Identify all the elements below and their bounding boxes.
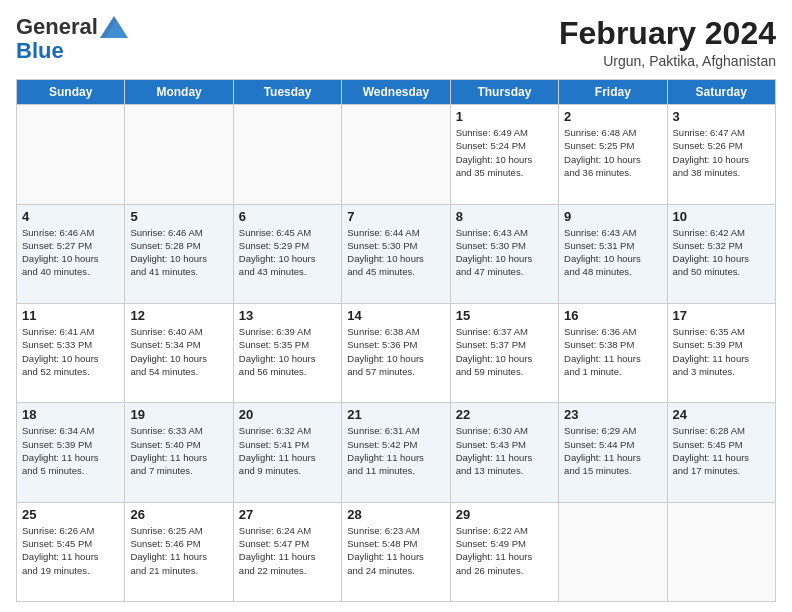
calendar-day-cell [17,105,125,204]
calendar-day-cell: 6Sunrise: 6:45 AM Sunset: 5:29 PM Daylig… [233,204,341,303]
day-number: 10 [673,209,770,224]
calendar-day-cell: 1Sunrise: 6:49 AM Sunset: 5:24 PM Daylig… [450,105,558,204]
calendar-header-row: Sunday Monday Tuesday Wednesday Thursday… [17,80,776,105]
header-thursday: Thursday [450,80,558,105]
day-info: Sunrise: 6:44 AM Sunset: 5:30 PM Dayligh… [347,226,444,279]
day-number: 18 [22,407,119,422]
calendar-day-cell [233,105,341,204]
calendar-day-cell: 10Sunrise: 6:42 AM Sunset: 5:32 PM Dayli… [667,204,775,303]
day-info: Sunrise: 6:43 AM Sunset: 5:31 PM Dayligh… [564,226,661,279]
calendar-day-cell: 12Sunrise: 6:40 AM Sunset: 5:34 PM Dayli… [125,303,233,402]
calendar-day-cell [559,502,667,601]
header-sunday: Sunday [17,80,125,105]
logo: General Blue [16,16,128,64]
calendar-day-cell [667,502,775,601]
day-number: 16 [564,308,661,323]
day-info: Sunrise: 6:42 AM Sunset: 5:32 PM Dayligh… [673,226,770,279]
day-info: Sunrise: 6:39 AM Sunset: 5:35 PM Dayligh… [239,325,336,378]
header-monday: Monday [125,80,233,105]
calendar-day-cell: 16Sunrise: 6:36 AM Sunset: 5:38 PM Dayli… [559,303,667,402]
calendar-day-cell: 18Sunrise: 6:34 AM Sunset: 5:39 PM Dayli… [17,403,125,502]
day-number: 28 [347,507,444,522]
day-info: Sunrise: 6:33 AM Sunset: 5:40 PM Dayligh… [130,424,227,477]
header-tuesday: Tuesday [233,80,341,105]
calendar-day-cell: 27Sunrise: 6:24 AM Sunset: 5:47 PM Dayli… [233,502,341,601]
day-number: 7 [347,209,444,224]
day-info: Sunrise: 6:29 AM Sunset: 5:44 PM Dayligh… [564,424,661,477]
header: General Blue February 2024 Urgun, Paktik… [16,16,776,69]
day-number: 21 [347,407,444,422]
calendar-day-cell: 19Sunrise: 6:33 AM Sunset: 5:40 PM Dayli… [125,403,233,502]
calendar-day-cell: 14Sunrise: 6:38 AM Sunset: 5:36 PM Dayli… [342,303,450,402]
calendar-day-cell: 2Sunrise: 6:48 AM Sunset: 5:25 PM Daylig… [559,105,667,204]
day-info: Sunrise: 6:30 AM Sunset: 5:43 PM Dayligh… [456,424,553,477]
calendar-day-cell: 13Sunrise: 6:39 AM Sunset: 5:35 PM Dayli… [233,303,341,402]
day-number: 17 [673,308,770,323]
logo-blue-text: Blue [16,38,64,64]
day-number: 29 [456,507,553,522]
day-number: 9 [564,209,661,224]
calendar-day-cell: 4Sunrise: 6:46 AM Sunset: 5:27 PM Daylig… [17,204,125,303]
calendar-week-row-3: 18Sunrise: 6:34 AM Sunset: 5:39 PM Dayli… [17,403,776,502]
calendar-day-cell: 8Sunrise: 6:43 AM Sunset: 5:30 PM Daylig… [450,204,558,303]
day-info: Sunrise: 6:34 AM Sunset: 5:39 PM Dayligh… [22,424,119,477]
logo-general-text: General [16,16,98,38]
day-number: 19 [130,407,227,422]
day-number: 15 [456,308,553,323]
calendar-day-cell: 29Sunrise: 6:22 AM Sunset: 5:49 PM Dayli… [450,502,558,601]
header-saturday: Saturday [667,80,775,105]
day-number: 1 [456,109,553,124]
day-info: Sunrise: 6:24 AM Sunset: 5:47 PM Dayligh… [239,524,336,577]
day-info: Sunrise: 6:26 AM Sunset: 5:45 PM Dayligh… [22,524,119,577]
header-friday: Friday [559,80,667,105]
calendar-day-cell: 24Sunrise: 6:28 AM Sunset: 5:45 PM Dayli… [667,403,775,502]
day-info: Sunrise: 6:31 AM Sunset: 5:42 PM Dayligh… [347,424,444,477]
day-info: Sunrise: 6:46 AM Sunset: 5:28 PM Dayligh… [130,226,227,279]
day-info: Sunrise: 6:28 AM Sunset: 5:45 PM Dayligh… [673,424,770,477]
day-number: 22 [456,407,553,422]
day-number: 8 [456,209,553,224]
day-info: Sunrise: 6:22 AM Sunset: 5:49 PM Dayligh… [456,524,553,577]
calendar-day-cell: 5Sunrise: 6:46 AM Sunset: 5:28 PM Daylig… [125,204,233,303]
title-block: February 2024 Urgun, Paktika, Afghanista… [559,16,776,69]
day-info: Sunrise: 6:46 AM Sunset: 5:27 PM Dayligh… [22,226,119,279]
day-info: Sunrise: 6:49 AM Sunset: 5:24 PM Dayligh… [456,126,553,179]
day-number: 4 [22,209,119,224]
day-number: 25 [22,507,119,522]
day-number: 13 [239,308,336,323]
day-info: Sunrise: 6:47 AM Sunset: 5:26 PM Dayligh… [673,126,770,179]
day-info: Sunrise: 6:35 AM Sunset: 5:39 PM Dayligh… [673,325,770,378]
day-number: 24 [673,407,770,422]
logo-icon [100,16,128,38]
location-title: Urgun, Paktika, Afghanistan [559,53,776,69]
calendar-day-cell [125,105,233,204]
day-number: 3 [673,109,770,124]
calendar-week-row-0: 1Sunrise: 6:49 AM Sunset: 5:24 PM Daylig… [17,105,776,204]
day-number: 26 [130,507,227,522]
day-number: 23 [564,407,661,422]
calendar-week-row-2: 11Sunrise: 6:41 AM Sunset: 5:33 PM Dayli… [17,303,776,402]
calendar-day-cell: 11Sunrise: 6:41 AM Sunset: 5:33 PM Dayli… [17,303,125,402]
day-number: 6 [239,209,336,224]
calendar-week-row-1: 4Sunrise: 6:46 AM Sunset: 5:27 PM Daylig… [17,204,776,303]
day-number: 2 [564,109,661,124]
calendar-day-cell: 26Sunrise: 6:25 AM Sunset: 5:46 PM Dayli… [125,502,233,601]
month-title: February 2024 [559,16,776,51]
calendar-day-cell [342,105,450,204]
calendar-day-cell: 20Sunrise: 6:32 AM Sunset: 5:41 PM Dayli… [233,403,341,502]
calendar-day-cell: 28Sunrise: 6:23 AM Sunset: 5:48 PM Dayli… [342,502,450,601]
calendar-day-cell: 7Sunrise: 6:44 AM Sunset: 5:30 PM Daylig… [342,204,450,303]
day-info: Sunrise: 6:40 AM Sunset: 5:34 PM Dayligh… [130,325,227,378]
day-info: Sunrise: 6:37 AM Sunset: 5:37 PM Dayligh… [456,325,553,378]
day-info: Sunrise: 6:45 AM Sunset: 5:29 PM Dayligh… [239,226,336,279]
day-number: 14 [347,308,444,323]
day-info: Sunrise: 6:36 AM Sunset: 5:38 PM Dayligh… [564,325,661,378]
header-wednesday: Wednesday [342,80,450,105]
day-info: Sunrise: 6:23 AM Sunset: 5:48 PM Dayligh… [347,524,444,577]
calendar-day-cell: 21Sunrise: 6:31 AM Sunset: 5:42 PM Dayli… [342,403,450,502]
calendar-day-cell: 17Sunrise: 6:35 AM Sunset: 5:39 PM Dayli… [667,303,775,402]
day-info: Sunrise: 6:48 AM Sunset: 5:25 PM Dayligh… [564,126,661,179]
calendar-day-cell: 25Sunrise: 6:26 AM Sunset: 5:45 PM Dayli… [17,502,125,601]
day-info: Sunrise: 6:43 AM Sunset: 5:30 PM Dayligh… [456,226,553,279]
calendar-day-cell: 22Sunrise: 6:30 AM Sunset: 5:43 PM Dayli… [450,403,558,502]
